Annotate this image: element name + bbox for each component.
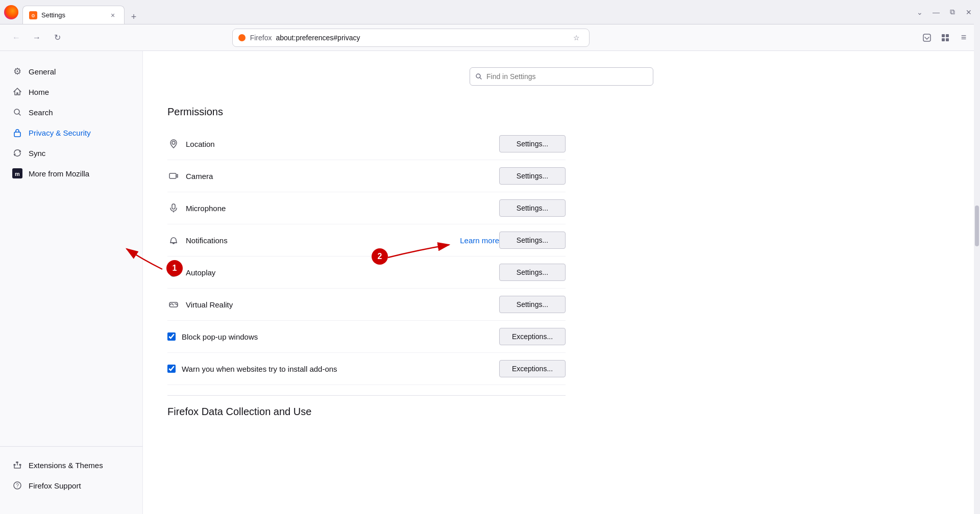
microphone-label: Microphone	[186, 204, 499, 213]
sidebar-item-search[interactable]: Search	[0, 102, 142, 122]
sidebar-item-home[interactable]: Home	[0, 82, 142, 102]
navigation-bar: ← → ↻ Firefox about:preferences#privacy …	[0, 24, 980, 51]
pocket-button[interactable]	[919, 30, 935, 46]
extensions-button[interactable]	[937, 30, 953, 46]
location-icon	[167, 138, 180, 150]
sidebar-item-support[interactable]: ? Firefox Support	[0, 475, 142, 496]
search-bar-container	[167, 67, 955, 86]
scrollbar-track[interactable]	[974, 51, 980, 514]
camera-settings-button[interactable]: Settings...	[499, 167, 566, 185]
settings-main: Permissions Location Settings... Camera …	[143, 51, 980, 514]
scrollbar-thumb[interactable]	[975, 205, 979, 246]
warn-addons-label[interactable]: Warn you when websites try to install ad…	[182, 365, 493, 373]
search-icon	[475, 73, 482, 80]
maximize-button[interactable]: ⧉	[945, 5, 960, 19]
tab-bar: ⚙ Settings × +	[22, 0, 141, 24]
search-icon	[12, 107, 22, 117]
forward-button[interactable]: →	[29, 30, 45, 46]
sidebar-item-privacy[interactable]: Privacy & Security	[0, 122, 142, 143]
bookmark-button[interactable]: ☆	[570, 31, 584, 45]
active-tab[interactable]: ⚙ Settings ×	[22, 6, 125, 24]
svg-rect-4	[942, 34, 945, 37]
camera-permission-row: Camera Settings...	[167, 160, 566, 192]
notifications-label: Notifications	[186, 236, 456, 245]
autoplay-settings-button[interactable]: Settings...	[499, 264, 566, 281]
warn-addons-row: Warn you when websites try to install ad…	[167, 353, 566, 385]
url-text: about:preferences#privacy	[276, 34, 360, 42]
toolbar-right: ≡	[919, 30, 972, 46]
extensions-theme-icon	[12, 460, 22, 470]
tab-close-button[interactable]: ×	[108, 10, 118, 20]
sidebar-bottom: Extensions & Themes ? Firefox Support	[0, 446, 142, 504]
refresh-button[interactable]: ↻	[49, 30, 65, 46]
sidebar-item-search-label: Search	[29, 108, 53, 117]
location-label: Location	[186, 140, 499, 148]
warn-addons-checkbox[interactable]	[167, 365, 176, 373]
svg-rect-3	[923, 34, 930, 41]
block-popups-exceptions-button[interactable]: Exceptions...	[499, 328, 566, 345]
vr-icon	[167, 298, 180, 311]
browser-window: ⚙ Settings × + ⌄ — ⧉ ✕ ← → ↻ Firefox abo…	[0, 0, 980, 514]
content-area: ⚙ General Home Search	[0, 51, 980, 514]
vr-permission-row: Virtual Reality Settings...	[167, 289, 566, 321]
address-bar[interactable]: Firefox about:preferences#privacy ☆	[232, 29, 590, 47]
search-input[interactable]	[486, 72, 648, 81]
sidebar: ⚙ General Home Search	[0, 51, 143, 514]
sidebar-item-support-label: Firefox Support	[29, 481, 81, 490]
sidebar-item-privacy-label: Privacy & Security	[29, 128, 91, 137]
vr-settings-button[interactable]: Settings...	[499, 296, 566, 313]
tab-title: Settings	[41, 11, 104, 19]
gear-icon: ⚙	[12, 66, 22, 76]
autoplay-label: Autoplay	[186, 268, 499, 277]
sidebar-nav: ⚙ General Home Search	[0, 61, 142, 436]
tab-favicon: ⚙	[29, 11, 37, 19]
notifications-permission-row: Notifications Learn more Settings...	[167, 224, 566, 256]
camera-icon	[167, 170, 180, 182]
sync-icon	[12, 148, 22, 158]
svg-point-2	[238, 34, 246, 41]
svg-rect-6	[942, 38, 945, 41]
block-popups-checkbox[interactable]	[167, 332, 176, 341]
data-collection-title: Firefox Data Collection and Use	[167, 406, 566, 418]
sidebar-item-extensions-label: Extensions & Themes	[29, 461, 103, 470]
title-bar: ⚙ Settings × + ⌄ — ⧉ ✕	[0, 0, 980, 24]
search-bar[interactable]	[470, 67, 653, 86]
location-permission-row: Location Settings...	[167, 128, 566, 160]
location-settings-button[interactable]: Settings...	[499, 135, 566, 152]
back-button[interactable]: ←	[8, 30, 24, 46]
url-prefix: Firefox	[250, 34, 272, 42]
svg-text:?: ?	[16, 483, 19, 489]
sidebar-item-mozilla[interactable]: m More from Mozilla	[0, 163, 142, 184]
block-popups-label[interactable]: Block pop-up windows	[182, 332, 493, 341]
block-popups-row: Block pop-up windows Exceptions...	[167, 321, 566, 353]
svg-rect-9	[14, 132, 20, 137]
new-tab-button[interactable]: +	[127, 10, 141, 24]
svg-text:m: m	[15, 171, 20, 177]
sidebar-item-mozilla-label: More from Mozilla	[29, 169, 89, 178]
menu-button[interactable]: ≡	[955, 30, 972, 46]
permissions-title: Permissions	[167, 106, 566, 118]
permissions-section: Permissions Location Settings... Camera …	[167, 106, 566, 418]
vr-label: Virtual Reality	[186, 300, 499, 309]
title-bar-controls: ⌄ — ⧉ ✕	[913, 5, 976, 19]
microphone-settings-button[interactable]: Settings...	[499, 199, 566, 217]
sidebar-item-extensions[interactable]: Extensions & Themes	[0, 455, 142, 475]
section-divider	[167, 395, 566, 396]
notifications-settings-button[interactable]: Settings...	[499, 232, 566, 249]
firefox-url-icon	[238, 34, 246, 42]
sidebar-item-general-label: General	[29, 67, 56, 76]
svg-rect-5	[946, 34, 949, 37]
svg-point-14	[476, 74, 480, 78]
notifications-learn-more-link[interactable]: Learn more	[460, 236, 499, 245]
sidebar-item-sync-label: Sync	[29, 149, 45, 158]
warn-addons-exceptions-button[interactable]: Exceptions...	[499, 360, 566, 377]
autoplay-icon	[167, 266, 180, 278]
minimize-button[interactable]: —	[929, 5, 943, 19]
microphone-icon	[167, 202, 180, 214]
autoplay-permission-row: Autoplay Settings...	[167, 256, 566, 289]
svg-rect-17	[172, 204, 175, 209]
list-all-tabs-button[interactable]: ⌄	[913, 5, 927, 19]
sidebar-item-sync[interactable]: Sync	[0, 143, 142, 163]
sidebar-item-home-label: Home	[29, 88, 49, 96]
sidebar-item-general[interactable]: ⚙ General	[0, 61, 142, 82]
